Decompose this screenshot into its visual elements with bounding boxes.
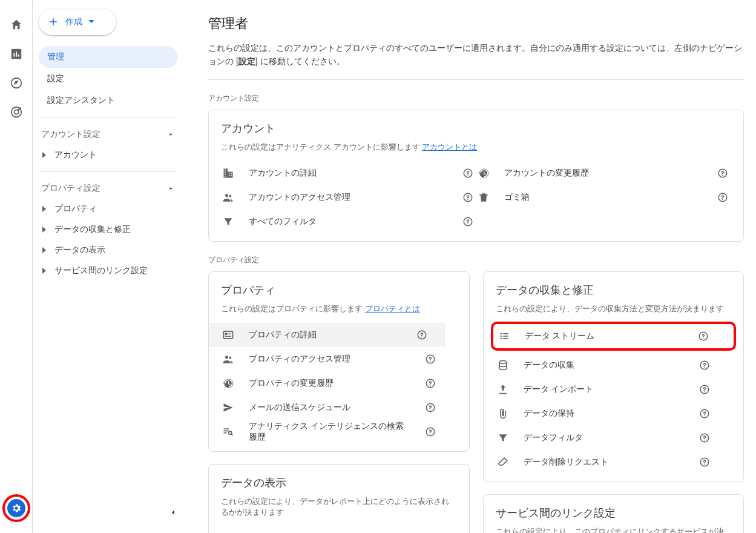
item-data-retention[interactable]: データの保持 [496,402,732,426]
eraser-icon [496,456,510,468]
help-icon[interactable] [717,191,729,204]
item-property-access[interactable]: プロパティのアクセス管理 [221,347,457,371]
card-service-links: サービス間のリンク設定 これらの設定により、このプロパティにリンクするサービスが… [483,494,744,533]
card-subtitle: これらの設定により、データがレポート上にどのように表示されるかが決まります [221,496,457,518]
item-events[interactable]: イベント [221,526,457,533]
side-item-display[interactable]: データの表示 [39,240,178,260]
card-subtitle: これらの設定により、このプロパティにリンクするサービスが決まります [496,526,732,533]
help-icon[interactable] [424,402,436,414]
target-icon[interactable] [10,105,23,119]
gear-icon [11,503,22,514]
svg-rect-17 [225,336,231,336]
help-icon[interactable] [424,426,436,438]
link-what-is-account[interactable]: アカウントとは [422,142,477,151]
card-subtitle: これらの設定はアナリティクス アカウントに影響します アカウントとは [221,142,731,153]
item-mail-schedule[interactable]: メールの送信スケジュール [221,396,457,420]
chevron-left-icon [168,508,178,517]
home-icon[interactable] [10,18,23,31]
side-item-collect[interactable]: データの収集と修正 [39,219,178,240]
people-icon [221,353,235,365]
trash-icon [476,191,491,204]
help-icon[interactable] [698,432,711,444]
side-item-links[interactable]: サービス間のリンク設定 [39,260,178,281]
help-icon[interactable] [697,330,709,342]
card-property: プロパティ これらの設定はプロパティに影響します プロパティとは プロパティの詳… [208,271,470,452]
caret-right-icon [41,152,47,158]
svg-point-20 [229,356,231,359]
card-title: データの収集と修正 [496,283,732,297]
side-section-property[interactable]: プロパティ設定 [39,178,178,199]
svg-rect-2 [16,51,17,56]
side-item-account[interactable]: アカウント [39,145,178,165]
id-card-icon [221,329,235,341]
admin-gear-highlight[interactable] [2,494,30,522]
item-account-history[interactable]: アカウントの変更履歴 [476,161,732,185]
card-data-collect: データの収集と修正 これらの設定により、データの収集方法と変更方法が決まります … [483,271,744,482]
item-data-filter[interactable]: データフィルタ [496,426,732,450]
database-icon [496,359,510,371]
filter-icon [221,216,235,228]
item-data-stream[interactable]: データ ストリーム [497,324,731,348]
svg-point-24 [229,431,232,434]
card-account: アカウント これらの設定はアナリティクス アカウントに影響します アカウントとは… [208,110,744,242]
svg-point-6 [14,110,18,114]
nav-assistant[interactable]: 設定アシスタント [39,90,178,111]
side-item-property[interactable]: プロパティ [39,199,178,219]
chevron-up-icon [166,130,176,139]
collapse-sidebar-button[interactable] [166,505,180,520]
help-icon[interactable] [698,359,711,371]
help-icon[interactable] [416,329,428,341]
item-property-history[interactable]: プロパティの変更履歴 [221,371,457,396]
item-all-filters[interactable]: すべてのフィルタ [221,210,476,234]
create-button[interactable]: 作成 [39,8,116,35]
nav-settings[interactable]: 設定 [39,68,178,90]
dropdown-caret-icon [88,17,94,27]
send-icon [221,402,235,414]
help-icon[interactable] [698,408,711,420]
item-trash[interactable]: ゴミ箱 [476,185,732,210]
svg-rect-3 [18,55,19,57]
card-title: アカウント [221,121,731,136]
chevron-up-icon [166,184,176,193]
card-data-display: データの表示 これらの設定により、データがレポート上にどのように表示されるかが決… [208,464,470,533]
history-icon [476,167,491,179]
help-icon[interactable] [462,167,474,179]
business-icon [221,167,235,179]
section-label-property: プロパティ設定 [208,255,744,265]
side-nav: 作成 管理 設定 設定アシスタント アカウント設定 アカウント プロパティ設定 … [33,0,184,533]
clip-icon [496,408,510,420]
filter-icon [496,432,510,444]
help-icon[interactable] [424,353,436,365]
item-account-details[interactable]: アカウントの詳細 [221,161,476,185]
highlight-data-stream: データ ストリーム [491,322,737,351]
item-data-import[interactable]: データ インポート [496,377,732,402]
item-data-collection[interactable]: データの収集 [496,353,732,377]
item-intelligence-history[interactable]: アナリティクス インテリジェンスの検索履歴 [221,420,457,444]
card-title: データの表示 [221,475,457,490]
help-icon[interactable] [462,216,474,228]
side-section-account[interactable]: アカウント設定 [39,124,178,145]
item-account-access[interactable]: アカウントのアクセス管理 [221,185,476,210]
svg-point-28 [499,360,507,363]
svg-point-9 [225,194,228,197]
item-property-details[interactable]: プロパティの詳細 [209,323,445,347]
history-icon [221,377,235,389]
help-icon[interactable] [698,383,711,396]
help-icon[interactable] [424,377,436,389]
svg-point-10 [229,194,231,197]
help-icon[interactable] [462,191,474,204]
link-what-is-property[interactable]: プロパティとは [365,304,420,313]
card-title: サービス間のリンク設定 [496,506,732,520]
help-icon[interactable] [698,456,711,468]
nav-admin[interactable]: 管理 [39,46,178,68]
item-data-delete-request[interactable]: データ削除リクエスト [496,450,732,474]
page-description: これらの設定は、このアカウントとプロパティのすべてのユーザーに適用されます。自分… [208,41,744,80]
help-icon[interactable] [717,167,729,179]
svg-point-19 [225,356,228,359]
svg-rect-15 [225,333,227,334]
explore-icon[interactable] [10,76,23,90]
bar-chart-icon[interactable] [10,47,23,61]
svg-rect-14 [224,331,233,339]
search-list-icon [221,426,235,438]
main-content: 管理者 これらの設定は、このアカウントとプロパティのすべてのユーザーに適用されま… [184,0,756,533]
